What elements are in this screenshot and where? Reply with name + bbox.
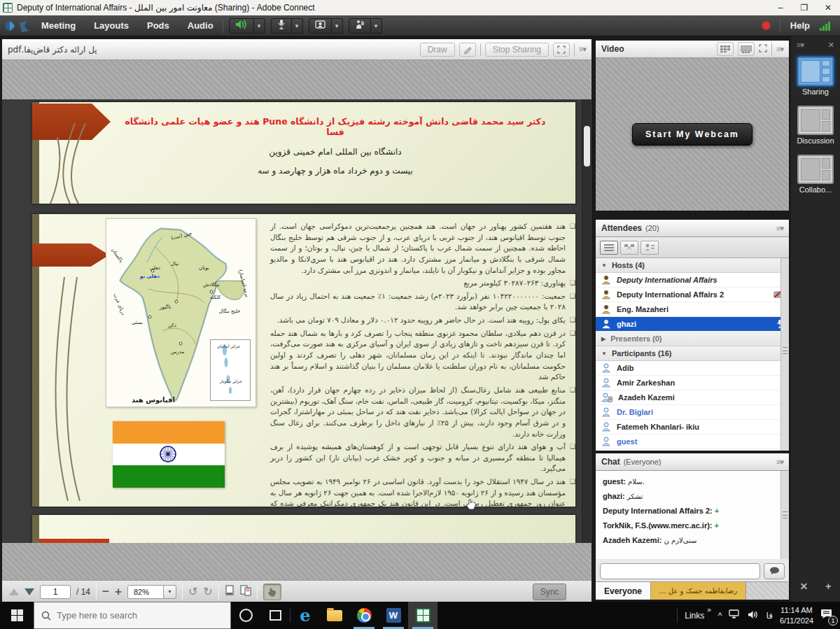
filmstrip-view-icon[interactable] — [738, 42, 755, 56]
rotate-right-button[interactable]: ↻ — [203, 586, 212, 598]
video-fullscreen-icon[interactable] — [759, 43, 767, 55]
cortana-button[interactable] — [231, 602, 260, 629]
taskbar-search[interactable] — [34, 602, 231, 629]
attendees-pod-menu-icon[interactable]: ≡▾ — [776, 224, 783, 233]
task-view-button[interactable] — [260, 602, 290, 629]
page-number-input[interactable] — [40, 585, 71, 599]
pan-tool-button[interactable] — [263, 584, 281, 600]
speaker-button[interactable] — [229, 18, 254, 34]
chat-scrollbar[interactable] — [780, 471, 789, 559]
connection-signal-icon[interactable] — [820, 21, 830, 31]
hand-cursor-icon — [465, 497, 477, 510]
layout-thumbnail-sharing[interactable] — [797, 57, 834, 86]
attendee-row-host-2[interactable]: Deputy International Affairs 2 — [596, 288, 789, 302]
attendees-scrollbar[interactable] — [780, 258, 789, 451]
links-toolbar[interactable]: Links — [685, 611, 704, 621]
participants-section-header[interactable]: ▼Participants (16) — [596, 346, 789, 361]
chat-pod-menu-icon[interactable]: ≡▾ — [776, 458, 783, 467]
zoom-out-button[interactable]: − — [102, 586, 109, 598]
attendee-row-participant-4[interactable]: Dr. Biglari — [596, 405, 789, 420]
chat-pod: Chat (Everyone) ≡▾ guest: سلام. ghazi: ت… — [595, 453, 790, 600]
network-icon[interactable] — [729, 609, 741, 622]
attendee-list-view-button[interactable] — [600, 241, 618, 255]
close-button[interactable]: ✕ — [816, 0, 840, 15]
attendee-row-participant-1[interactable]: Adib — [596, 361, 789, 376]
layouts-add-icon[interactable]: + — [825, 581, 831, 592]
tray-expand-icon[interactable]: ^ — [718, 611, 722, 621]
speaker-dropdown[interactable]: ▾ — [254, 18, 265, 34]
fullscreen-icon[interactable] — [553, 43, 570, 57]
send-chat-icon[interactable] — [764, 563, 785, 579]
taskbar-chrome-button[interactable] — [349, 602, 379, 629]
restore-button[interactable]: ❐ — [792, 0, 816, 15]
attendee-row-host-3[interactable]: Eng. Mazaheri — [596, 302, 789, 317]
raise-hand-button[interactable] — [349, 18, 371, 34]
attendee-row-participant-5[interactable]: Fatemeh Khanlari- ikiu — [596, 420, 789, 434]
next-page-button[interactable] — [24, 588, 34, 595]
single-page-view-button[interactable] — [225, 585, 234, 599]
zoom-dropdown[interactable]: ▾ — [164, 585, 176, 599]
shared-document-title: یل ارائه دکتر قاض‌یفا.pdf — [8, 45, 97, 55]
volume-icon[interactable] — [748, 609, 759, 622]
pod-menu-icon[interactable]: ≡▾ — [579, 45, 586, 54]
presenters-section-header[interactable]: ▶Presenters (0) — [596, 332, 789, 346]
action-center-button[interactable]: 1 — [820, 609, 833, 622]
windows-logo-icon — [11, 609, 23, 621]
start-button[interactable] — [0, 602, 34, 629]
language-indicator[interactable]: فا — [766, 611, 772, 621]
app-icon — [3, 3, 13, 13]
slide2-bullet-4: یکای پول: روپیه هند است. در حال حاضر هر … — [277, 315, 566, 326]
layouts-delete-icon[interactable]: ✕ — [800, 581, 808, 592]
links-overflow-icon[interactable]: » — [707, 602, 711, 614]
attendee-status-view-button[interactable] — [640, 241, 659, 255]
search-input[interactable] — [57, 610, 197, 621]
draw-button[interactable]: Draw — [420, 43, 455, 57]
attendee-row-participant-3[interactable]: Azadeh Kazemi — [596, 390, 789, 405]
document-scrollbar-thumb[interactable] — [584, 126, 590, 167]
microphone-dropdown[interactable]: ▾ — [292, 18, 303, 34]
document-scrollbar[interactable] — [582, 99, 591, 543]
microphone-button[interactable] — [271, 18, 292, 34]
start-webcam-button[interactable]: Start My Webcam — [632, 123, 752, 146]
two-page-view-button[interactable] — [240, 585, 251, 599]
video-pod: Video ≡▾ Start My Webcam — [595, 40, 790, 211]
zoom-in-button[interactable]: + — [115, 586, 122, 598]
attendee-row-participant-6[interactable]: guest — [596, 434, 789, 449]
help-menu[interactable]: Help — [790, 20, 810, 31]
zoom-level-value[interactable]: 82% — [127, 585, 164, 599]
hosts-section-header[interactable]: ▼Hosts (4) — [596, 258, 789, 273]
stop-sharing-button[interactable]: Stop Sharing — [485, 43, 549, 57]
webcam-dropdown[interactable]: ▾ — [332, 18, 343, 34]
menu-pods[interactable]: Pods — [138, 15, 178, 36]
chat-tab-private[interactable]: رضایفاطمه جسک و عل ... — [651, 582, 746, 600]
attendee-row-participant-2[interactable]: Amir Zarkeshan — [596, 376, 789, 390]
rotate-left-button[interactable]: ↺ — [188, 586, 197, 598]
layouts-close-icon[interactable]: ✕ — [828, 41, 834, 50]
map-label-bay-of-bengal: خلیج بنگال — [216, 309, 244, 315]
attendee-row-host-1[interactable]: Deputy International Affairs — [596, 273, 789, 288]
layout-thumbnail-collaboration[interactable] — [797, 155, 834, 184]
menu-audio[interactable]: Audio — [178, 15, 223, 36]
minimize-button[interactable]: – — [769, 0, 792, 15]
taskbar-explorer-button[interactable] — [320, 602, 349, 629]
grid-view-icon[interactable] — [717, 42, 734, 56]
taskbar-clock[interactable]: 11:14 AM 6/11/2024 — [780, 605, 813, 626]
menu-meeting[interactable]: Meeting — [32, 15, 85, 36]
menu-layouts[interactable]: Layouts — [85, 15, 138, 36]
pointer-tool-button[interactable] — [459, 43, 476, 57]
taskbar-word-button[interactable]: W — [379, 602, 408, 629]
webcam-button[interactable] — [309, 18, 332, 34]
layouts-menu-icon[interactable]: ≡▾ — [797, 41, 804, 50]
attendee-row-host-4-selected[interactable]: ghazi — [596, 317, 789, 332]
taskbar-connect-button[interactable] — [408, 602, 438, 629]
chat-message-input[interactable] — [600, 563, 760, 579]
attendee-breakout-view-button[interactable] — [620, 241, 638, 255]
document-viewport[interactable]: دکتر سید محمد قاضی دانش آموخته رشته فیزی… — [2, 99, 592, 543]
taskbar-edge-button[interactable]: e — [290, 602, 320, 629]
raise-hand-dropdown[interactable]: ▾ — [371, 18, 382, 34]
layout-thumbnail-discussion[interactable] — [797, 106, 834, 135]
video-pod-menu-icon[interactable]: ≡▾ — [776, 45, 783, 54]
chat-tab-everyone[interactable]: Everyone — [596, 582, 651, 600]
previous-page-button[interactable] — [9, 588, 19, 595]
sync-button[interactable]: Sync — [533, 584, 566, 600]
